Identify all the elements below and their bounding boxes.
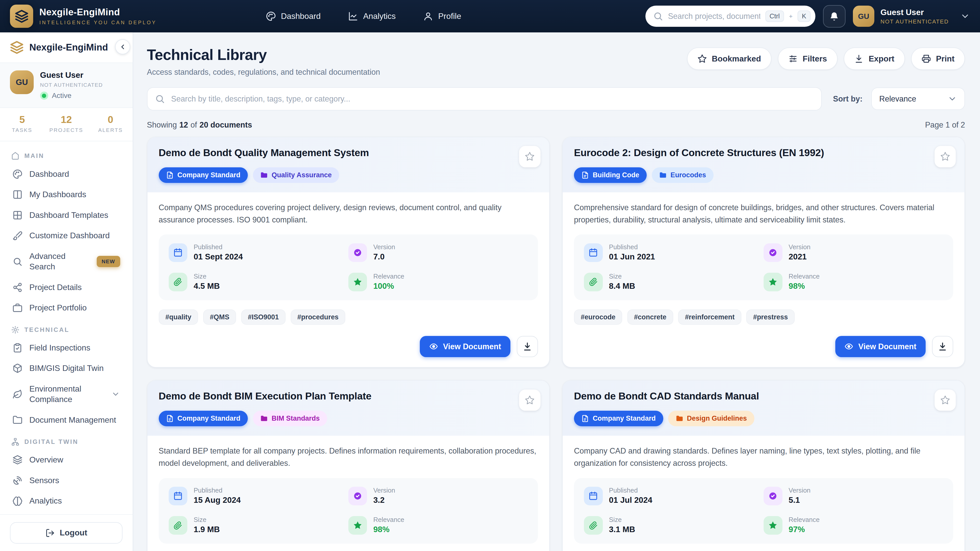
paperclip-icon (169, 516, 187, 535)
presence-dot-icon (40, 92, 48, 100)
clipboard-check-icon (13, 343, 22, 353)
print-button[interactable]: Print (911, 48, 965, 70)
category-badge: BIM Standards (253, 411, 327, 426)
badge-check-icon (764, 243, 782, 262)
bookmark-star-button[interactable] (935, 389, 956, 411)
sidebar-item-dashboard[interactable]: Dashboard (7, 164, 125, 184)
eye-icon (845, 342, 853, 351)
sidebar-item-environmental-compliance[interactable]: Environmental Compliance (7, 380, 125, 409)
calendar-icon (584, 243, 603, 262)
detail-size: Size1.9 MB (169, 516, 348, 535)
sidebar-item-bim-gis-digital-twin[interactable]: BIM/GIS Digital Twin (7, 359, 125, 378)
sidebar-collapse-button[interactable] (115, 39, 130, 54)
download-document-button[interactable] (932, 336, 953, 357)
folder-icon (260, 415, 268, 422)
sort-by-label: Sort by: (833, 94, 862, 103)
sidebar-item-analytics[interactable]: Analytics (7, 491, 125, 511)
export-button[interactable]: Export (844, 48, 905, 70)
bookmark-star-button[interactable] (519, 389, 540, 411)
tag[interactable]: #ISO9001 (241, 310, 286, 324)
search-icon (155, 94, 165, 104)
bell-icon (829, 11, 839, 21)
star-icon (348, 273, 367, 291)
home-icon (11, 152, 19, 160)
type-badge: Building Code (574, 167, 647, 183)
page-indicator: Page 1 of 2 (925, 121, 965, 129)
sidebar-item-my-dashboards[interactable]: My Dashboards (7, 185, 125, 204)
detail-size: Size8.4 MB (584, 273, 764, 291)
logout-button[interactable]: Logout (10, 522, 123, 543)
sidebar-item-project-details[interactable]: Project Details (7, 278, 125, 297)
presence-label: Active (52, 92, 72, 100)
section-digital-twin: DIGITAL TWIN (11, 438, 121, 446)
brain-icon (13, 496, 22, 506)
calendar-icon (584, 487, 603, 505)
sidebar-item-field-inspections[interactable]: Field Inspections (7, 338, 125, 358)
file-text-icon (581, 171, 589, 179)
library-search-input[interactable] (171, 94, 814, 103)
sidebar-item-overview[interactable]: Overview (7, 450, 125, 470)
badge-check-icon (764, 487, 782, 505)
sitemap-icon (11, 438, 19, 446)
section-technical: TECHNICAL (11, 326, 121, 334)
global-search-input[interactable] (668, 12, 760, 21)
sidebar-item-sensors[interactable]: Sensors (7, 471, 125, 490)
document-title: Demo de Bondt Quality Management System (159, 147, 538, 159)
tag[interactable]: #reinforcement (678, 310, 741, 324)
chevron-left-icon (119, 43, 126, 51)
library-search[interactable] (147, 87, 822, 110)
search-icon (13, 257, 22, 267)
topnav-profile[interactable]: Profile (423, 11, 461, 21)
sort-select[interactable]: Relevance (871, 87, 965, 110)
topnav-dashboard[interactable]: Dashboard (266, 11, 321, 21)
type-badge: Company Standard (159, 167, 248, 183)
document-details: Published15 Aug 2024 Version3.2 Size1.9 … (159, 478, 538, 544)
calendar-icon (169, 243, 187, 262)
bookmark-star-button[interactable] (519, 146, 540, 167)
document-details: Published01 Sept 2024 Version7.0 Size4.5… (159, 234, 538, 300)
download-document-button[interactable] (517, 336, 538, 357)
download-icon (523, 342, 532, 351)
detail-relevance: Relevance98% (764, 273, 943, 291)
detail-relevance: Relevance98% (348, 516, 528, 535)
category-badge: Eurocodes (652, 167, 714, 183)
tag[interactable]: #concrete (627, 310, 673, 324)
tag[interactable]: #QMS (203, 310, 236, 324)
category-badge: Design Guidelines (668, 411, 754, 426)
stat-projects: 12 PROJECTS (44, 114, 88, 133)
document-description: Company CAD and drawing standards. Defin… (574, 445, 953, 469)
logout-icon (45, 528, 55, 538)
document-description: Comprehensive standard for design of con… (574, 202, 953, 226)
sidebar-item-advanced-search[interactable]: Advanced Search NEW (7, 247, 125, 276)
sidebar-item-document-management[interactable]: Document Management (7, 410, 125, 430)
tag[interactable]: #procedures (291, 310, 345, 324)
sidebar-item-dashboard-templates[interactable]: Dashboard Templates (7, 206, 125, 225)
global-search[interactable]: Ctrl + K (646, 6, 815, 27)
detail-version: Version3.2 (348, 487, 528, 505)
folder-icon (260, 171, 268, 179)
bookmarked-button[interactable]: Bookmarked (687, 48, 772, 70)
view-document-button[interactable]: View Document (835, 336, 926, 357)
gears-icon (11, 326, 19, 334)
star-icon (348, 516, 367, 535)
user-name: Guest User (880, 8, 949, 17)
notifications-button[interactable] (823, 5, 845, 27)
view-document-button[interactable]: View Document (420, 336, 511, 357)
filters-button[interactable]: Filters (778, 48, 838, 70)
paperclip-icon (584, 516, 603, 535)
document-title: Demo de Bondt BIM Execution Plan Templat… (159, 391, 538, 402)
tag[interactable]: #quality (159, 310, 198, 324)
topnav-analytics[interactable]: Analytics (348, 11, 396, 21)
detail-published: Published01 Jun 2021 (584, 243, 764, 262)
sidebar-item-customize-dashboard[interactable]: Customize Dashboard (7, 226, 125, 245)
user-menu[interactable]: GU Guest User NOT AUTHENTICATED (853, 6, 970, 27)
sidebar-item-project-portfolio[interactable]: Project Portfolio (7, 298, 125, 318)
columns-icon (13, 189, 22, 200)
detail-version: Version2021 (764, 243, 943, 262)
tag[interactable]: #eurocode (574, 310, 622, 324)
file-text-icon (166, 415, 173, 422)
paintbrush-icon (13, 230, 22, 241)
bookmark-star-button[interactable] (935, 146, 956, 167)
tag[interactable]: #prestress (746, 310, 794, 324)
document-card: Demo de Bondt Quality Management System … (147, 137, 550, 368)
